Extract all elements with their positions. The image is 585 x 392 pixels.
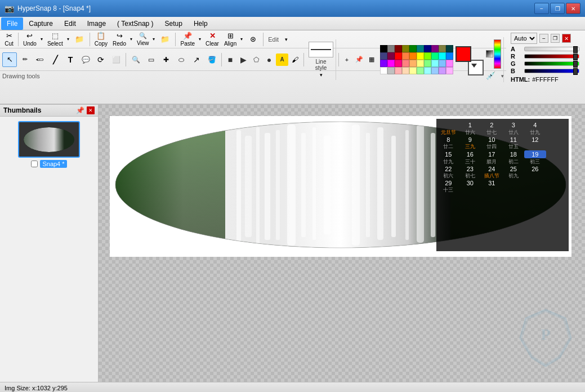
- solid-rect-button[interactable]: ■: [224, 54, 236, 66]
- select-button[interactable]: ⬚ Select: [45, 32, 65, 47]
- swap-colors-icon[interactable]: [471, 64, 477, 68]
- swatch-peach[interactable]: [409, 60, 417, 67]
- arrow-right-button[interactable]: ↗: [189, 52, 204, 67]
- callout-button[interactable]: 💬: [78, 52, 93, 67]
- menu-file[interactable]: File: [1, 17, 23, 30]
- menu-textsnap[interactable]: ( TextSnap ): [111, 17, 159, 30]
- more-draw-button[interactable]: ▦: [366, 54, 377, 65]
- align-extra-button[interactable]: ⊛: [245, 32, 261, 47]
- swatch-lightred[interactable]: [402, 60, 409, 67]
- select-dropdown[interactable]: ▾: [65, 32, 71, 47]
- align-button[interactable]: ⊞ Align: [222, 32, 239, 47]
- zoom-button[interactable]: 🔍: [128, 52, 143, 67]
- clear-button[interactable]: ✕ Clear: [203, 32, 221, 47]
- paste-button[interactable]: 📌 Paste: [178, 32, 197, 47]
- argb-minimize-button[interactable]: −: [539, 34, 548, 43]
- fg-color-swatch[interactable]: [456, 46, 471, 62]
- g-slider[interactable]: [524, 61, 579, 66]
- swatch-black[interactable]: [380, 45, 387, 52]
- line-button[interactable]: ╱: [48, 52, 62, 67]
- freehand-button[interactable]: ✏: [17, 52, 32, 67]
- swatch-maroon[interactable]: [395, 45, 402, 52]
- rect-button[interactable]: ▭: [144, 52, 158, 67]
- yellow-highlight-button[interactable]: A: [276, 54, 288, 66]
- copy-button[interactable]: 📋 Copy: [92, 32, 110, 47]
- close-button[interactable]: ✕: [566, 3, 580, 14]
- add-point-button[interactable]: +: [341, 54, 352, 65]
- view-extra-button[interactable]: 📁: [157, 32, 173, 47]
- argb-restore-button[interactable]: ❐: [551, 34, 560, 43]
- swatch-lightgreen[interactable]: [424, 60, 431, 67]
- pin-draw-button[interactable]: 📌: [354, 54, 365, 65]
- menu-edit[interactable]: Edit: [59, 17, 82, 30]
- swatch-lightmagenta[interactable]: [446, 60, 453, 67]
- swatch-purple[interactable]: [431, 45, 439, 52]
- swatch-red[interactable]: [395, 52, 402, 60]
- swatch-lightblue[interactable]: [439, 60, 446, 67]
- pentagon-button[interactable]: ⬠: [250, 54, 262, 66]
- swatch-teal[interactable]: [417, 45, 424, 52]
- swatch-cyan[interactable]: [439, 52, 446, 60]
- auto-dropdown[interactable]: Auto: [511, 33, 537, 44]
- spray-button[interactable]: 🖌: [289, 54, 301, 66]
- arrow-right2-button[interactable]: ▶: [237, 54, 249, 66]
- menu-image[interactable]: Image: [82, 17, 111, 30]
- argb-close-button[interactable]: ✕: [562, 34, 571, 43]
- undo-button[interactable]: ↩ Undo: [21, 32, 39, 47]
- select-extra-button[interactable]: 📁: [72, 32, 87, 47]
- rainbow-swatch[interactable]: [494, 39, 501, 69]
- thumbnail-checkbox[interactable]: [31, 161, 38, 167]
- menu-setup[interactable]: Setup: [159, 17, 188, 30]
- thumbnails-close-button[interactable]: ✕: [87, 106, 95, 114]
- swatch-skyblue[interactable]: [446, 52, 453, 60]
- menu-help[interactable]: Help: [188, 17, 213, 30]
- swatch-lime[interactable]: [424, 52, 431, 60]
- canvas-area[interactable]: 1 2 3 4 元旦节 廿六 廿七 廿八 廿九: [99, 105, 585, 382]
- swatch-darkyellow[interactable]: [439, 45, 446, 52]
- r-slider[interactable]: [524, 54, 579, 59]
- shape-button[interactable]: ⬜: [109, 52, 123, 67]
- swatch-magenta[interactable]: [387, 60, 395, 67]
- swatch-navy[interactable]: [424, 45, 431, 52]
- arrow-tool-button[interactable]: ⟳: [93, 52, 108, 67]
- swatch-violet[interactable]: [380, 60, 387, 67]
- restore-button[interactable]: ❐: [550, 3, 565, 14]
- minimize-button[interactable]: −: [534, 3, 549, 14]
- swatch-hotpink[interactable]: [395, 60, 402, 67]
- paste-dropdown[interactable]: ▾: [197, 32, 203, 47]
- swatch-gray[interactable]: [387, 45, 395, 52]
- edit-expand-button[interactable]: ▾: [282, 32, 291, 47]
- b-slider[interactable]: [524, 69, 579, 73]
- circle-button[interactable]: ●: [263, 54, 275, 66]
- swatch-lightyellow[interactable]: [417, 60, 424, 67]
- swatch-darkteal[interactable]: [446, 45, 453, 52]
- bg-color-swatch[interactable]: [468, 60, 484, 75]
- thumbnail-image[interactable]: [18, 121, 80, 158]
- select-arrow-button[interactable]: ↖: [2, 52, 17, 67]
- ellipse-button[interactable]: ⬭: [174, 52, 189, 67]
- menu-capture[interactable]: Capture: [23, 17, 59, 30]
- a-slider[interactable]: [524, 47, 579, 51]
- swatch-salmon[interactable]: [402, 52, 409, 60]
- redo-dropdown[interactable]: ▾: [128, 32, 134, 47]
- pen-button[interactable]: 🖊: [33, 52, 47, 67]
- bucket-button[interactable]: 🪣: [204, 52, 219, 67]
- swatch-yellow[interactable]: [417, 52, 424, 60]
- thumbnails-pin-icon[interactable]: 📌: [76, 106, 84, 114]
- align-dropdown[interactable]: ▾: [239, 32, 244, 47]
- swatch-mint[interactable]: [431, 52, 439, 60]
- view-button[interactable]: 🔍 View: [135, 32, 151, 47]
- swatch-lightcyan[interactable]: [431, 60, 439, 67]
- swatch-olive[interactable]: [402, 45, 409, 52]
- text-button[interactable]: T: [63, 52, 78, 67]
- swatch-darkpink[interactable]: [387, 52, 395, 60]
- undo-dropdown[interactable]: ▾: [39, 32, 44, 47]
- move-button[interactable]: ✚: [159, 52, 173, 67]
- cut-button[interactable]: ✂ Cut: [2, 32, 16, 47]
- drawing-expand-icon[interactable]: ▾: [501, 73, 504, 79]
- swatch-green[interactable]: [409, 45, 417, 52]
- swatch-orange[interactable]: [409, 52, 417, 60]
- view-dropdown[interactable]: ▾: [151, 32, 157, 47]
- redo-button[interactable]: ↪ Redo: [110, 32, 128, 47]
- gradient-swatch[interactable]: [486, 50, 493, 57]
